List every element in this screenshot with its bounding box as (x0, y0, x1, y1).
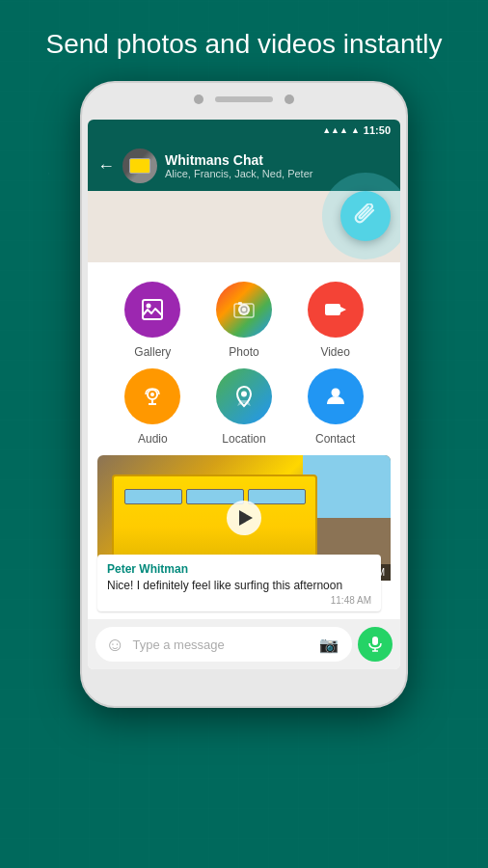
fab-ripple (322, 173, 400, 259)
svg-rect-6 (325, 304, 340, 315)
avatar (122, 149, 157, 183)
svg-point-1 (147, 304, 151, 309)
play-icon (239, 510, 253, 526)
text-bubble: Peter Whitman Nice! I definitely feel li… (97, 555, 381, 612)
video-icon (322, 296, 349, 323)
phone-screen: ▲▲▲ ▲ 11:50 ← Whitmans Chat Alice, Franc… (88, 120, 400, 669)
phone-top-hardware (194, 95, 294, 104)
promo-title: Send photos and videos instantly (0, 27, 488, 62)
tram-windows (124, 489, 306, 504)
attach-photo[interactable]: Photo (199, 282, 290, 359)
signal-icon: ▲▲▲ (322, 125, 348, 135)
wifi-icon: ▲ (351, 125, 360, 135)
message-input-field[interactable]: ☺ Type a message 📷 (95, 627, 352, 662)
phone-speaker (215, 96, 273, 102)
fab-attach-button[interactable] (340, 191, 391, 241)
phone-wrapper: ▲▲▲ ▲ 11:50 ← Whitmans Chat Alice, Franc… (0, 81, 488, 708)
bubble-time: 11:48 AM (107, 595, 371, 606)
mic-icon (366, 636, 384, 653)
attach-gallery[interactable]: Gallery (107, 282, 199, 359)
svg-marker-7 (340, 307, 346, 312)
svg-point-9 (150, 393, 154, 396)
promo-header: Send photos and videos instantly (0, 0, 488, 81)
audio-icon (139, 383, 166, 410)
contact-icon-circle (308, 368, 364, 424)
phone-camera-2 (285, 95, 294, 104)
input-placeholder: Type a message (132, 637, 312, 652)
location-icon-circle (216, 368, 272, 424)
attach-video[interactable]: Video (289, 282, 381, 359)
audio-icon-circle (124, 368, 180, 424)
location-label: Location (222, 432, 265, 446)
status-time: 11:50 (364, 124, 391, 136)
phone-frame: ▲▲▲ ▲ 11:50 ← Whitmans Chat Alice, Franc… (80, 81, 408, 708)
bubble-sender: Peter Whitman (107, 562, 371, 576)
gallery-icon-circle (124, 282, 180, 338)
input-bar: ☺ Type a message 📷 (88, 619, 400, 669)
svg-point-2 (238, 304, 250, 315)
contact-icon (322, 383, 349, 410)
tram-body (112, 475, 317, 562)
attach-contact[interactable]: Contact (289, 368, 381, 446)
attachment-panel: Gallery (88, 262, 400, 669)
back-button[interactable]: ← (97, 156, 115, 176)
photo-label: Photo (229, 345, 258, 359)
svg-rect-0 (143, 300, 162, 319)
svg-point-12 (241, 392, 247, 397)
svg-point-13 (331, 389, 339, 397)
gallery-icon (139, 296, 166, 323)
location-icon (230, 383, 258, 410)
status-icons: ▲▲▲ ▲ (322, 125, 360, 135)
mic-button[interactable] (358, 627, 393, 662)
tram-window-3 (248, 489, 306, 504)
camera-button[interactable]: 📷 (319, 636, 339, 654)
status-bar: ▲▲▲ ▲ 11:50 (88, 120, 400, 141)
gallery-label: Gallery (134, 345, 171, 359)
photo-icon (230, 296, 258, 323)
attach-location[interactable]: Location (199, 368, 290, 446)
audio-label: Audio (138, 432, 168, 446)
phone-camera (194, 95, 203, 104)
tram-window-1 (124, 489, 182, 504)
svg-rect-14 (372, 637, 378, 645)
contact-label: Contact (315, 432, 355, 446)
photo-icon-circle (216, 282, 272, 338)
avatar-image (122, 149, 157, 183)
emoji-button[interactable]: ☺ (105, 634, 124, 656)
chat-content: Gallery (88, 191, 400, 669)
attach-audio[interactable]: Audio (107, 368, 199, 446)
chat-name: Whitmans Chat (165, 152, 391, 168)
video-label: Video (320, 345, 349, 359)
video-icon-circle (308, 282, 364, 338)
attachment-grid: Gallery (88, 262, 400, 455)
bubble-text: Nice! I definitely feel like surfing thi… (107, 578, 371, 594)
